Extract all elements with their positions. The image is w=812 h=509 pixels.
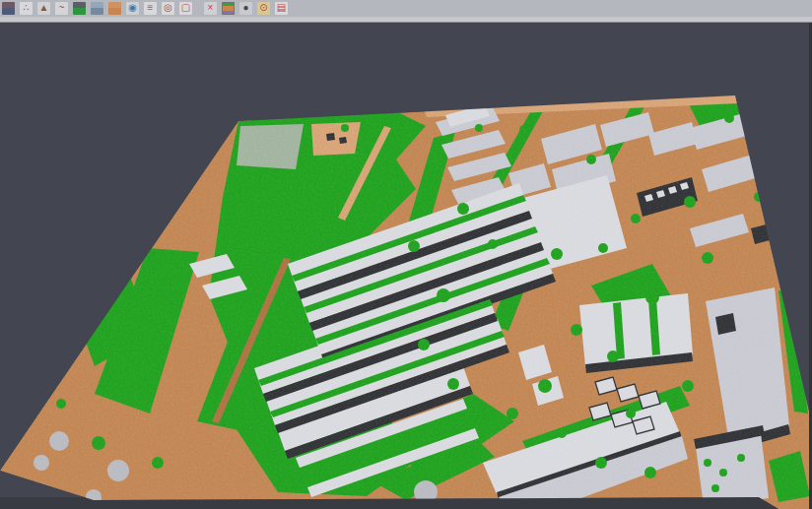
- measure-icon-glyph: ⊙: [257, 2, 270, 15]
- polyline-icon-glyph: ~: [55, 2, 68, 15]
- orthophoto-icon[interactable]: [108, 2, 121, 15]
- profile-lines-icon[interactable]: ≡: [144, 2, 157, 15]
- layers-panel-icon[interactable]: [91, 2, 103, 15]
- points-tool-icon[interactable]: ∴: [20, 2, 33, 15]
- mountain-icon[interactable]: ▲: [37, 2, 50, 15]
- settings-list-icon-glyph: ▤: [275, 2, 288, 15]
- select-tool-icon[interactable]: [2, 2, 15, 15]
- application-window: ∴▲~◉≡◎▢×●⊙▤: [0, 0, 812, 509]
- globe-icon-glyph: ◉: [126, 2, 139, 15]
- extent-icon[interactable]: ▢: [179, 2, 192, 15]
- target-icon-glyph: ◎: [162, 2, 174, 15]
- mountain-icon-glyph: ▲: [37, 2, 50, 15]
- extent-icon-glyph: ▢: [179, 2, 192, 15]
- globe-icon[interactable]: ◉: [126, 2, 139, 15]
- profile-lines-icon-glyph: ≡: [144, 2, 157, 15]
- settings-list-icon[interactable]: ▤: [275, 2, 288, 15]
- clip-box-icon-glyph: ×: [204, 2, 217, 15]
- scene-svg: [0, 23, 812, 509]
- classification-icon[interactable]: [222, 2, 235, 15]
- clip-box-icon[interactable]: ×: [204, 2, 217, 15]
- terrain-icon[interactable]: [73, 2, 86, 15]
- measure-icon[interactable]: ⊙: [257, 2, 270, 15]
- polyline-icon[interactable]: ~: [55, 2, 68, 15]
- camera-icon[interactable]: ●: [239, 2, 252, 15]
- points-tool-icon-glyph: ∴: [20, 2, 33, 15]
- target-icon[interactable]: ◎: [162, 2, 174, 15]
- camera-icon-glyph: ●: [239, 2, 252, 15]
- viewport-3d[interactable]: [0, 23, 812, 509]
- toolbar: ∴▲~◉≡◎▢×●⊙▤: [0, 0, 812, 17]
